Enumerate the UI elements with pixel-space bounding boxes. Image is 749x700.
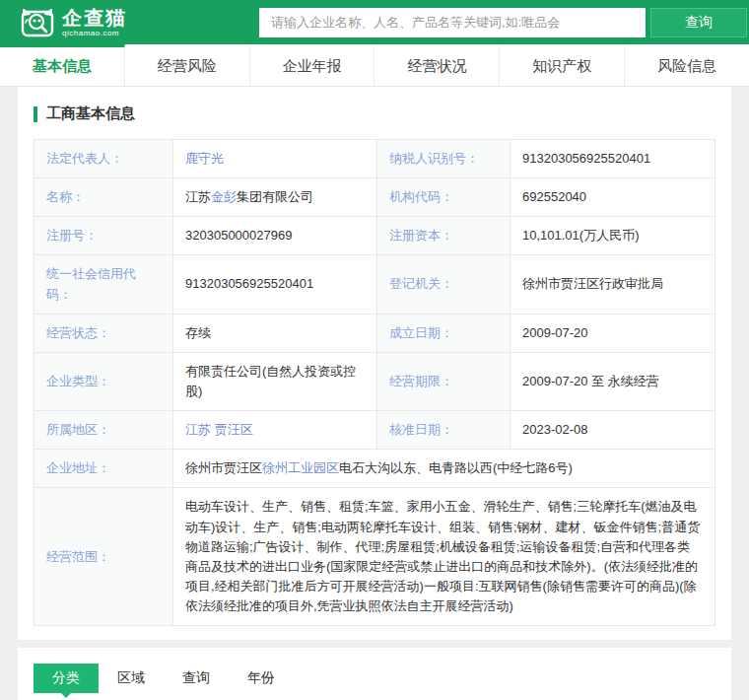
field-label: 统一社会信用代码： <box>34 255 173 314</box>
field-label: 企业类型： <box>34 352 173 410</box>
value-link[interactable]: 徐州工业园区 <box>262 460 339 475</box>
field-value: 913203056925520401 <box>173 255 377 314</box>
field-value: 2023-02-08 <box>511 411 715 450</box>
field-value: 徐州市贾汪区徐州工业园区电石大沟以东、电青路以西(中经七路6号) <box>173 450 715 488</box>
field-label: 成立日期： <box>377 314 511 352</box>
section-title: 工商基本信息 <box>34 105 715 123</box>
value-link[interactable]: 鹿守光 <box>185 151 224 166</box>
field-label: 核准日期： <box>377 411 511 450</box>
tab-basic-info[interactable]: 基本信息 <box>0 44 125 86</box>
tags-sub-tabs: 分类 区域 查询 年份 <box>34 664 715 693</box>
tab-intellectual-property[interactable]: 知识产权 <box>500 44 625 86</box>
field-label: 经营范围： <box>34 488 173 626</box>
field-value: 320305000027969 <box>173 217 377 255</box>
field-value: 913203056925520401 <box>511 140 715 178</box>
field-label: 注册资本： <box>377 217 511 255</box>
tags-card: 分类 区域 查询 年份 所属行业：非公路休闲车及零配件制造 ;鹿守光企业查询前瞻… <box>18 648 731 700</box>
field-value: 江苏 贾汪区 <box>173 411 377 450</box>
business-info-table: 法定代表人：鹿守光纳税人识别号：913203056925520401名称：江苏金… <box>34 139 715 626</box>
brand-logo[interactable]: 企查猫 qichamao.com <box>20 7 255 38</box>
subtab-query[interactable]: 查询 <box>164 664 229 693</box>
field-value: 电动车设计、生产、销售、租赁;车篮、家用小五金、滑轮生产、销售;三轮摩托车(燃油… <box>173 488 715 626</box>
subtab-year[interactable]: 年份 <box>229 664 294 693</box>
tab-operating-risk[interactable]: 经营风险 <box>125 44 250 86</box>
section-accent-bar <box>34 106 37 122</box>
section-title-text: 工商基本信息 <box>46 105 135 123</box>
brand-name: 企查猫 <box>62 8 127 28</box>
table-row: 经营范围：电动车设计、生产、销售、租赁;车篮、家用小五金、滑轮生产、销售;三轮摩… <box>34 488 715 626</box>
table-row: 企业地址：徐州市贾汪区徐州工业园区电石大沟以东、电青路以西(中经七路6号) <box>34 450 715 488</box>
tab-annual-report[interactable]: 企业年报 <box>250 44 375 86</box>
subtab-region[interactable]: 区域 <box>99 664 164 693</box>
table-row: 统一社会信用代码：913203056925520401登记机关：徐州市贾汪区行政… <box>34 255 715 314</box>
main-nav: 基本信息 经营风险 企业年报 经营状况 知识产权 风险信息 <box>0 44 749 87</box>
field-label: 纳税人识别号： <box>377 140 511 178</box>
field-value: 10,101.01(万人民币) <box>511 217 715 255</box>
value-link[interactable]: 江苏 <box>185 422 211 437</box>
brand-domain: qichamao.com <box>62 30 127 37</box>
field-value: 有限责任公司(自然人投资或控股) <box>173 352 377 410</box>
field-label: 注册号： <box>34 217 173 255</box>
field-label: 名称： <box>34 178 173 217</box>
table-row: 所属地区：江苏 贾汪区核准日期：2023-02-08 <box>34 411 715 450</box>
tab-operating-status[interactable]: 经营状况 <box>374 44 500 86</box>
value-link[interactable]: 金彭 <box>211 189 237 204</box>
field-label: 法定代表人： <box>34 140 173 178</box>
field-value: 鹿守光 <box>173 140 377 178</box>
subtab-category[interactable]: 分类 <box>34 664 99 693</box>
tab-risk-info[interactable]: 风险信息 <box>625 44 749 86</box>
cat-magnifier-icon <box>20 7 55 38</box>
business-info-card: 工商基本信息 法定代表人：鹿守光纳税人识别号：91320305692552040… <box>18 87 731 640</box>
top-header: 企查猫 qichamao.com 查询 <box>0 0 749 44</box>
field-label: 登记机关： <box>377 255 511 314</box>
field-value: 江苏金彭集团有限公司 <box>173 178 377 217</box>
field-value: 2009-07-20 <box>511 314 715 352</box>
field-value: 2009-07-20 至 永续经营 <box>511 352 715 410</box>
field-label: 所属地区： <box>34 411 173 450</box>
table-row: 名称：江苏金彭集团有限公司机构代码：692552040 <box>34 178 715 217</box>
field-label: 经营期限： <box>377 352 511 410</box>
field-value: 徐州市贾汪区行政审批局 <box>511 255 715 314</box>
table-row: 企业类型：有限责任公司(自然人投资或控股)经营期限：2009-07-20 至 永… <box>34 352 715 410</box>
value-link[interactable]: 贾汪区 <box>215 422 253 437</box>
table-row: 注册号：320305000027969注册资本：10,101.01(万人民币) <box>34 217 715 255</box>
table-row: 法定代表人：鹿守光纳税人识别号：913203056925520401 <box>34 140 715 178</box>
field-value: 692552040 <box>511 178 715 217</box>
field-value: 存续 <box>173 314 377 352</box>
search-input[interactable] <box>259 8 646 37</box>
table-row: 经营状态：存续成立日期：2009-07-20 <box>34 314 715 352</box>
search-button[interactable]: 查询 <box>650 8 747 37</box>
field-label: 机构代码： <box>377 178 511 217</box>
field-label: 经营状态： <box>34 314 173 352</box>
field-label: 企业地址： <box>34 450 173 488</box>
